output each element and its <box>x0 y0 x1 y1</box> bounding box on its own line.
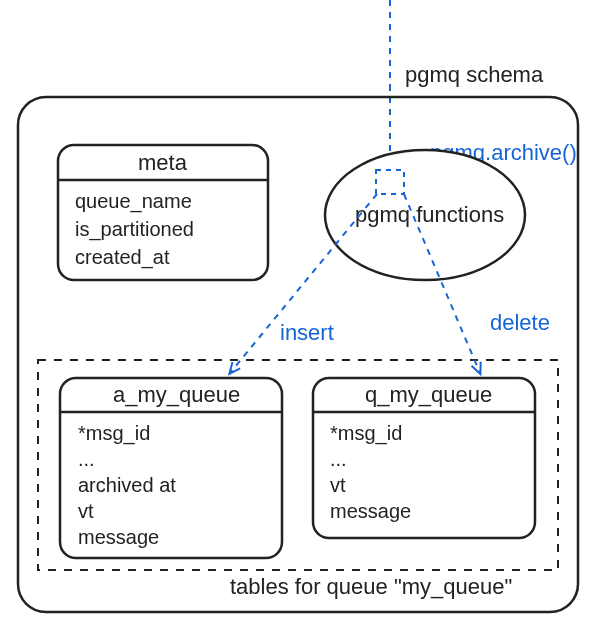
q-field-1: ... <box>330 448 347 470</box>
tables-caption: tables for queue "my_queue" <box>230 574 512 599</box>
a-field-0: *msg_id <box>78 422 150 445</box>
a-field-4: message <box>78 526 159 548</box>
schema-label: pgmq schema <box>405 62 544 87</box>
q-field-2: vt <box>330 474 346 496</box>
a-field-2: archived at <box>78 474 176 496</box>
a-table: a_my_queue *msg_id ... archived at vt me… <box>60 378 282 558</box>
q-title: q_my_queue <box>365 382 492 407</box>
q-table: q_my_queue *msg_id ... vt message <box>313 378 535 538</box>
a-field-3: vt <box>78 500 94 522</box>
q-field-3: message <box>330 500 411 522</box>
meta-field-0: queue_name <box>75 190 192 213</box>
meta-field-1: is_partitioned <box>75 218 194 241</box>
a-title: a_my_queue <box>113 382 240 407</box>
functions-label: pgmq functions <box>355 202 504 227</box>
meta-title: meta <box>138 150 188 175</box>
insert-label: insert <box>280 320 334 345</box>
delete-label: delete <box>490 310 550 335</box>
meta-field-2: created_at <box>75 246 170 269</box>
q-field-0: *msg_id <box>330 422 402 445</box>
a-field-1: ... <box>78 448 95 470</box>
meta-table: meta queue_name is_partitioned created_a… <box>58 145 268 280</box>
